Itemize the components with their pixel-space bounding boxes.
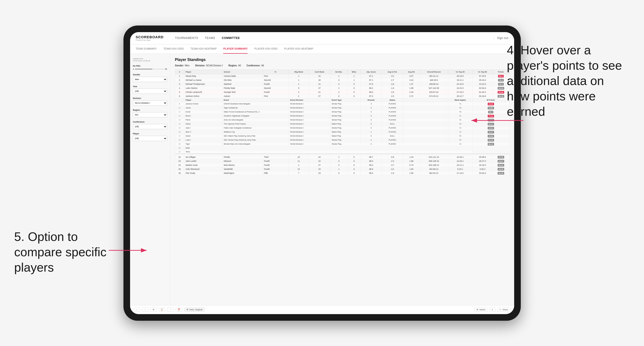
- points-badge-23: 60.27: [498, 160, 504, 163]
- toolbar-left: ← → ⚙ 📋 ⋮ ⏰ 👁 View: Original: [134, 308, 204, 312]
- event-points-11: 46.7: [488, 111, 494, 113]
- view-button[interactable]: 👁 View: Original: [184, 308, 204, 312]
- gender-select[interactable]: Men: [133, 77, 167, 82]
- conference-select[interactable]: (All): [133, 124, 167, 129]
- event-points-12: 73.33: [488, 115, 494, 117]
- event-points-17: 25.98: [488, 135, 494, 138]
- nav-item-committee[interactable]: COMMITTEE: [222, 36, 240, 40]
- sidebar-gender: Gender Men: [133, 73, 167, 82]
- points-badge-3: 70.2: [498, 83, 504, 85]
- logo-title: SCOREBOARD: [136, 35, 164, 39]
- division-select[interactable]: NCAA Division I: [133, 100, 167, 106]
- eye-icon: 👁: [476, 309, 478, 311]
- sub-nav-player-h2h-grid[interactable]: PLAYER H2H GRID: [254, 44, 278, 54]
- sidebar-division: Division NCAA Division I: [133, 97, 167, 106]
- event-row: 9 Jackson Kohon UNCW Seahawk Intercolleg…: [175, 102, 509, 106]
- col-vs-top25: Vs Top 25: [448, 70, 472, 74]
- no-rds-slider-container: 4 52: [133, 68, 167, 70]
- event-row: 14 Stane The Cypress Point Classic NCAA …: [175, 122, 509, 126]
- event-row: 20 Mattl: [175, 146, 509, 150]
- table-row: 4 Luke Clanton Florida State Second 5 27…: [175, 86, 509, 90]
- points-badge-6: 58.18: [498, 95, 504, 98]
- filter-region: Region: All: [228, 64, 241, 67]
- separator-button[interactable]: ⋮: [167, 308, 174, 312]
- table-row: 23 Jack Lundin Missouri Fourth 11 24 0 0…: [175, 159, 509, 163]
- undo-button[interactable]: ←: [134, 308, 140, 312]
- annotation-top-right: 4. Hover over a player's points to see a…: [507, 42, 630, 119]
- standings-table: # Player School Yr Reg Rank Conf Rank No…: [175, 70, 510, 175]
- nav-right: | Sign out: [494, 36, 508, 40]
- sub-nav-player-summary[interactable]: PLAYER SUMMARY: [223, 44, 248, 54]
- event-row: 16 Alex C Williams Cup NCAA Division I M…: [175, 130, 509, 134]
- col-reg-rank: Reg Rank: [289, 70, 309, 74]
- col-conf-rank: Conf Rank: [309, 70, 330, 74]
- sign-out-button[interactable]: Sign out: [497, 36, 508, 40]
- ipad-screen: SCOREBOARD Powered by clippi TOURNAMENTS…: [130, 32, 514, 314]
- sidebar-conference: Conference (All): [133, 121, 167, 129]
- player-select[interactable]: (All): [133, 136, 167, 141]
- bottom-toolbar: ← → ⚙ 📋 ⋮ ⏰ 👁 View: Original 👁 Watch: [130, 305, 514, 314]
- watch-button[interactable]: 👁 Watch: [474, 308, 488, 312]
- logo-sub: Powered by clippi: [136, 39, 164, 41]
- event-points-18: 56.18: [488, 139, 494, 142]
- sidebar-region: Region N/A: [133, 109, 167, 117]
- points-badge-24: 60.02: [498, 164, 504, 167]
- points-badge-22: 60.58: [498, 156, 504, 159]
- table-row: 25 Cole Sherwood Vanderbilt Fourth 12 23…: [175, 167, 509, 171]
- logo-area: SCOREBOARD Powered by clippi: [136, 35, 164, 41]
- share-button[interactable]: ↖ Share: [497, 308, 510, 312]
- sub-nav-team-h2h-heatmap[interactable]: TEAM H2H HEATMAP: [190, 44, 217, 54]
- event-row: 18 Luke I SEC Stroke Play hosted by Jerr…: [175, 138, 509, 142]
- table-row: 3 Michael Thorbjornsen Stanford Fourth 1…: [175, 82, 509, 86]
- filter-row: Gender: Men Division: NCAA Division I Re…: [175, 64, 510, 67]
- sidebar-year: Year (All): [133, 85, 167, 94]
- table-title: Player Standings: [175, 58, 510, 62]
- page-container: SCOREBOARD Powered by clippi TOURNAMENTS…: [0, 0, 644, 346]
- year-select[interactable]: (All): [133, 89, 167, 94]
- col-avg-to-par: Avg to Par: [382, 70, 403, 74]
- sub-nav-team-h2h-grid[interactable]: TEAM H2H GRID: [164, 44, 184, 54]
- event-row: 11 Gordi Wake Forest Invitational at Pin…: [175, 110, 509, 114]
- event-points-13: 57.57: [488, 119, 494, 121]
- annotation-bottom-left: 5. Option to compare specific players: [14, 229, 114, 275]
- event-row: 12 Brenn Southern Highlands Collegiate N…: [175, 114, 509, 118]
- nav-item-tournaments[interactable]: TOURNAMENTS: [175, 36, 198, 40]
- copy-button[interactable]: 📋: [158, 308, 165, 312]
- share-icon: ↖: [500, 309, 502, 311]
- sidebar-player: Player (All): [133, 133, 167, 141]
- settings-button[interactable]: ⚙: [150, 308, 156, 312]
- event-header-row: Player Event Event Division Event Type R…: [175, 98, 509, 102]
- table-row: 2 Michael La Sasso Ole Miss Second 1 18 …: [175, 78, 509, 82]
- event-points-14: 24.11: [488, 123, 494, 125]
- redo-button[interactable]: →: [142, 308, 148, 312]
- col-adj-score: Adj. Score: [360, 70, 382, 74]
- event-points-9: 43.64: [488, 103, 494, 105]
- download-button[interactable]: ⇓: [489, 308, 496, 312]
- col-vs-top50: Vs Top 50: [472, 70, 493, 74]
- table-row: 22 Ian Gilligan Florida Third 10 24 1 0 …: [175, 155, 509, 159]
- table-row: 24 Bastien Amat New Mexico Fourth 1 27 2…: [175, 163, 509, 167]
- filter-conference: Conference: All: [246, 64, 264, 67]
- points-badge-1: 88.2: [498, 75, 504, 77]
- filter-division: Division: NCAA Division I: [195, 64, 223, 67]
- sub-nav-team-summary[interactable]: TEAM SUMMARY: [136, 44, 157, 54]
- points-badge-5: 60.89: [498, 91, 504, 94]
- sidebar-no-rds: No Rds. 4 52: [133, 65, 167, 70]
- no-rds-slider[interactable]: [135, 69, 164, 69]
- nav-item-teams[interactable]: TEAMS: [205, 36, 215, 40]
- nav-items: TOURNAMENTS TEAMS COMMITTEE: [175, 36, 240, 40]
- event-points-16: 30.47: [488, 131, 494, 134]
- sub-nav-player-h2h-heatmap[interactable]: PLAYER H2H HEATMAP: [284, 44, 313, 54]
- sidebar: Update time: 27/01/2024 16:56:26 No Rds.…: [130, 54, 170, 305]
- col-wins: Wins: [348, 70, 361, 74]
- col-school: School: [222, 70, 262, 74]
- table-row: 6 Jackson Kohon Auburn First 2 27 0 0 67…: [175, 94, 509, 98]
- col-yr: Yr: [262, 70, 288, 74]
- points-badge-4: 68.34: [498, 87, 504, 90]
- event-row: 10 Jacob Tiger Invitational NCAA Divisio…: [175, 106, 509, 110]
- clock-button[interactable]: ⏰: [176, 308, 182, 312]
- update-time: Update time: 27/01/2024 16:56:26: [133, 58, 167, 62]
- region-select[interactable]: N/A: [133, 112, 167, 117]
- table-row-highlighted: 5 Christo Lamprecht Georgia Tech Fourth …: [175, 90, 509, 94]
- event-row: 15 Jake I Fallen Oak Collegiate Invitati…: [175, 126, 509, 130]
